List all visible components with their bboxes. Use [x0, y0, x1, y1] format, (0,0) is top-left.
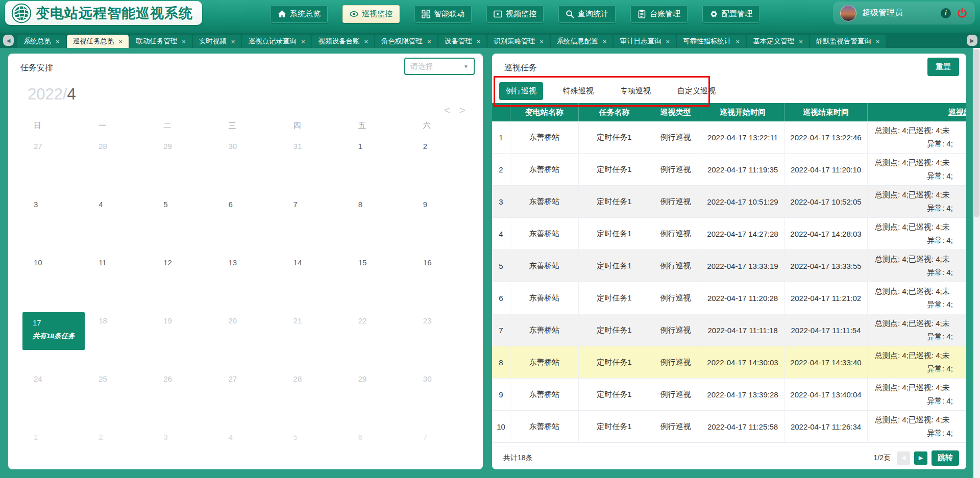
nav-button[interactable]: 配置管理: [702, 5, 760, 23]
close-icon[interactable]: ×: [56, 38, 60, 45]
page-scrollbar-thumb[interactable]: [974, 49, 979, 217]
calendar-day[interactable]: 27: [215, 370, 280, 429]
calendar-day[interactable]: 7: [280, 196, 345, 254]
close-icon[interactable]: ×: [427, 38, 431, 45]
user-avatar[interactable]: [840, 5, 856, 21]
close-icon[interactable]: ×: [736, 38, 740, 45]
calendar-day[interactable]: 23: [410, 312, 475, 370]
nav-button[interactable]: 系统总览: [271, 5, 328, 23]
calendar-next-icon[interactable]: >: [459, 105, 465, 115]
calendar-day[interactable]: 12: [150, 254, 215, 312]
calendar-day[interactable]: 9: [410, 196, 475, 254]
tab-静默监视告警查询[interactable]: 静默监视告警查询×: [810, 35, 886, 48]
prev-page-icon[interactable]: ◀: [897, 451, 910, 465]
close-icon[interactable]: ×: [182, 38, 186, 45]
close-icon[interactable]: ×: [364, 38, 368, 45]
calendar-day[interactable]: 22: [345, 312, 410, 370]
table-row[interactable]: 9东善桥站定时任务1例行巡视2022-04-17 13:39:282022-04…: [492, 379, 966, 411]
tab-scroll-right-icon[interactable]: ▶: [967, 35, 977, 46]
table-row[interactable]: 7东善桥站定时任务1例行巡视2022-04-17 11:11:182022-04…: [492, 314, 966, 346]
calendar-day[interactable]: 18: [85, 312, 150, 370]
nav-button[interactable]: 台账管理: [630, 5, 688, 23]
calendar-day[interactable]: 24: [20, 370, 85, 429]
calendar-day[interactable]: 1: [345, 138, 410, 196]
power-icon[interactable]: [957, 8, 968, 19]
calendar-day[interactable]: 2: [85, 429, 150, 468]
calendar-day[interactable]: 21: [280, 312, 345, 370]
calendar-day[interactable]: 3: [20, 196, 85, 254]
calendar-day[interactable]: 15: [345, 254, 410, 312]
calendar-day[interactable]: 13: [215, 254, 280, 312]
calendar-day[interactable]: 28: [280, 370, 345, 429]
close-icon[interactable]: ×: [477, 38, 481, 45]
calendar-day[interactable]: 20: [215, 312, 280, 370]
calendar-day[interactable]: 4: [215, 429, 280, 468]
calendar-day[interactable]: 19: [150, 312, 215, 370]
nav-button[interactable]: 视频监控: [486, 5, 544, 23]
table-row[interactable]: 10东善桥站定时任务1例行巡视2022-04-17 11:25:582022-0…: [492, 411, 966, 443]
tab-实时视频[interactable]: 实时视频×: [193, 35, 241, 48]
tab-视频设备台账[interactable]: 视频设备台账×: [312, 35, 374, 48]
calendar-day[interactable]: 2: [410, 138, 475, 196]
calendar-day[interactable]: 6: [345, 429, 410, 468]
close-icon[interactable]: ×: [119, 38, 123, 45]
close-icon[interactable]: ×: [666, 38, 670, 45]
calendar-day[interactable]: 14: [280, 254, 345, 312]
table-row[interactable]: 8东善桥站定时任务1例行巡视2022-04-17 14:30:032022-04…: [492, 346, 966, 379]
tab-系统总览[interactable]: 系统总览×: [17, 35, 66, 48]
filter-特殊巡视[interactable]: 特殊巡视: [556, 82, 600, 100]
table-row[interactable]: 6东善桥站定时任务1例行巡视2022-04-17 11:20:282022-04…: [492, 282, 966, 314]
tab-设备管理[interactable]: 设备管理×: [438, 35, 487, 48]
table-row[interactable]: 2东善桥站定时任务1例行巡视2022-04-17 11:19:352022-04…: [492, 154, 966, 186]
tab-巡视任务总览[interactable]: 巡视任务总览×: [67, 35, 129, 48]
table-row[interactable]: 5东善桥站定时任务1例行巡视2022-04-17 13:33:192022-04…: [492, 250, 966, 282]
table-row[interactable]: 4东善桥站定时任务1例行巡视2022-04-17 14:27:282022-04…: [492, 218, 966, 250]
calendar-day[interactable]: 5: [280, 429, 345, 468]
calendar-day[interactable]: 28: [85, 138, 150, 196]
filter-自定义巡视[interactable]: 自定义巡视: [671, 82, 722, 100]
calendar-day[interactable]: 5: [150, 196, 215, 254]
info-icon[interactable]: i: [941, 8, 951, 18]
tab-巡视点记录查询[interactable]: 巡视点记录查询×: [242, 35, 311, 48]
nav-button[interactable]: 智能联动: [414, 5, 472, 23]
calendar-day[interactable]: 30: [410, 370, 475, 429]
calendar-day[interactable]: 4: [85, 196, 150, 254]
jump-button[interactable]: 跳转: [932, 450, 959, 466]
calendar-day[interactable]: 29: [150, 138, 215, 196]
calendar-day-selected[interactable]: 17共有18条任务: [20, 312, 85, 370]
calendar-day[interactable]: 26: [150, 370, 215, 429]
filter-专项巡视[interactable]: 专项巡视: [614, 82, 657, 100]
tab-角色权限管理[interactable]: 角色权限管理×: [375, 35, 437, 48]
tab-基本定义管理[interactable]: 基本定义管理×: [747, 35, 809, 48]
close-icon[interactable]: ×: [540, 38, 544, 45]
calendar-day[interactable]: 10: [20, 254, 85, 312]
tab-识别策略管理[interactable]: 识别策略管理×: [487, 35, 550, 48]
close-icon[interactable]: ×: [231, 38, 235, 45]
calendar-day[interactable]: 6: [215, 196, 280, 254]
calendar-day[interactable]: 1: [20, 429, 85, 468]
filter-例行巡视[interactable]: 例行巡视: [499, 82, 543, 100]
tab-可靠性指标统计[interactable]: 可靠性指标统计×: [677, 35, 746, 48]
reset-button[interactable]: 重置: [927, 58, 959, 76]
calendar-day[interactable]: 11: [85, 254, 150, 312]
calendar-day[interactable]: 31: [280, 138, 345, 196]
station-select[interactable]: 请选择 ▼: [404, 58, 475, 75]
calendar-day[interactable]: 8: [345, 196, 410, 254]
calendar-day[interactable]: 7: [410, 429, 475, 468]
nav-button[interactable]: 查询统计: [558, 5, 616, 23]
nav-button[interactable]: 巡视监控: [342, 5, 400, 23]
tab-系统信息配置[interactable]: 系统信息配置×: [551, 35, 613, 48]
close-icon[interactable]: ×: [799, 38, 803, 45]
close-icon[interactable]: ×: [603, 38, 607, 45]
calendar-day[interactable]: 27: [20, 138, 85, 196]
calendar-day[interactable]: 16: [410, 254, 475, 312]
table-row[interactable]: 1东善桥站定时任务1例行巡视2022-04-17 13:22:112022-04…: [492, 121, 966, 154]
tab-审计日志查询[interactable]: 审计日志查询×: [614, 35, 676, 48]
tab-scroll-left-icon[interactable]: ◀: [3, 35, 14, 46]
next-page-icon[interactable]: ▶: [914, 451, 927, 465]
table-row[interactable]: 3东善桥站定时任务1例行巡视2022-04-17 10:51:292022-04…: [492, 186, 966, 218]
calendar-day[interactable]: 29: [345, 370, 410, 429]
calendar-day[interactable]: 30: [215, 138, 280, 196]
close-icon[interactable]: ×: [301, 38, 305, 45]
calendar-prev-icon[interactable]: <: [444, 105, 450, 115]
